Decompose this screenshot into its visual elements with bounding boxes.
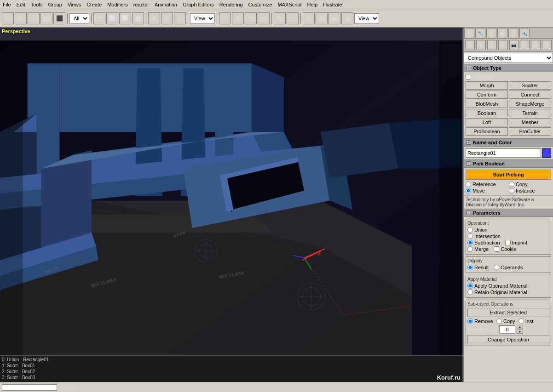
mirror-button[interactable]: ⇋	[274, 12, 286, 24]
menu-views[interactable]: Views	[65, 1, 84, 8]
menu-tools[interactable]: Tools	[28, 1, 46, 8]
object-name-input[interactable]	[466, 148, 541, 158]
subtraction-radio[interactable]	[467, 240, 473, 245]
panel-tab-modify[interactable]: 🔧	[475, 28, 485, 38]
extract-selected-button[interactable]: Extract Selected	[467, 308, 549, 317]
remove-radio-label[interactable]: Remove	[467, 318, 493, 324]
scale-button[interactable]: ⬡	[174, 12, 186, 24]
filter-dropdown[interactable]: All	[69, 13, 89, 23]
union-radio[interactable]	[467, 227, 473, 233]
select-button[interactable]: ⬚	[28, 12, 40, 24]
conform-button[interactable]: Conform	[466, 91, 508, 99]
scene-viewport[interactable]: B57.11 B57.11.4/8.6 B57.11.4/16 B.5.9-9	[0, 28, 462, 383]
reorder-down-button[interactable]: ▼	[517, 330, 523, 334]
menu-illustrate[interactable]: Illustrate!	[320, 1, 346, 8]
move-button[interactable]: ⊕	[148, 12, 160, 24]
category-dropdown[interactable]: Compound Objects	[464, 53, 553, 63]
merge-radio[interactable]	[467, 246, 473, 252]
object-type-header[interactable]: - Object Type	[464, 64, 553, 72]
result-radio[interactable]	[467, 265, 473, 270]
boolean-button[interactable]: Boolean	[466, 109, 508, 117]
window-crossing-button[interactable]: ⬜	[106, 12, 118, 24]
undo-button[interactable]: ↩	[2, 12, 14, 24]
loft-button[interactable]: Loft	[466, 118, 508, 126]
menu-help[interactable]: Help	[305, 1, 321, 8]
instance-radio[interactable]	[509, 188, 514, 193]
retain-original-radio[interactable]	[467, 290, 473, 295]
spinner-snap-button[interactable]: ⊸	[258, 12, 270, 24]
menu-animation[interactable]: Animation	[152, 1, 180, 8]
operands-radio-label[interactable]: Operands	[494, 265, 523, 270]
circle-select-button[interactable]: ⬤	[132, 12, 144, 24]
blobmesh-button[interactable]: BlobMesh	[466, 100, 508, 108]
icon-geom[interactable]: ▲	[476, 40, 486, 50]
color-swatch[interactable]	[542, 148, 551, 158]
autogrid-label[interactable]: AutoGrid	[466, 74, 492, 80]
instance-label[interactable]: Instance	[509, 188, 551, 193]
reference-label[interactable]: Reference	[466, 182, 508, 187]
menu-group[interactable]: Group	[45, 1, 65, 8]
mesher-button[interactable]: Mesher	[509, 118, 551, 126]
params-collapse[interactable]: -	[467, 210, 471, 215]
union-radio-label[interactable]: Union	[467, 227, 488, 233]
terrain-button[interactable]: Terrain	[509, 109, 551, 117]
intersection-radio[interactable]	[467, 233, 473, 239]
icon-space[interactable]: ⊂	[531, 40, 541, 50]
menu-create[interactable]: Create	[84, 1, 104, 8]
copy-radio[interactable]	[509, 182, 514, 187]
view-dropdown2[interactable]: View	[354, 13, 379, 23]
percent-snap-button[interactable]: %	[245, 12, 257, 24]
object-type-collapse[interactable]: -	[467, 66, 471, 70]
menu-reactor[interactable]: reactor	[131, 1, 152, 8]
redo-button[interactable]: ↪	[15, 12, 27, 24]
angle-snap-button[interactable]: ∡	[232, 12, 244, 24]
imprint-checkbox[interactable]	[505, 240, 511, 245]
pick-boolean-collapse[interactable]: -	[467, 161, 471, 166]
name-color-header[interactable]: - Name and Color	[464, 138, 553, 147]
copy-subobj-radio-label[interactable]: Copy	[496, 318, 515, 324]
shapemerge-button[interactable]: ShapeMerge	[509, 100, 551, 108]
proboolean-button[interactable]: ProBoolean	[466, 127, 508, 136]
material-editor-button[interactable]: ◫	[303, 12, 315, 24]
reference-radio[interactable]	[466, 182, 471, 187]
panel-tab-hierarchy[interactable]: ⊞	[486, 28, 496, 38]
reorder-input[interactable]	[499, 325, 515, 334]
menu-modifiers[interactable]: Modifiers	[104, 1, 131, 8]
autogrid-checkbox[interactable]	[466, 74, 471, 80]
panel-tab-motion[interactable]: ▶	[497, 28, 507, 38]
move-radio[interactable]	[466, 188, 471, 193]
render-button[interactable]: ▶	[328, 12, 340, 24]
cookie-label[interactable]: Cookie	[494, 246, 516, 252]
snaps-button[interactable]: ⊹	[219, 12, 231, 24]
inst-radio[interactable]	[518, 318, 524, 324]
merge-radio-label[interactable]: Merge	[467, 246, 489, 252]
menu-rendering[interactable]: Rendering	[217, 1, 246, 8]
menu-file[interactable]: File	[0, 1, 14, 8]
apply-operand-radio[interactable]	[467, 283, 473, 289]
morph-button[interactable]: Morph	[466, 81, 508, 90]
cookie-checkbox[interactable]	[494, 246, 499, 252]
remove-radio[interactable]	[467, 318, 473, 324]
icon-sphere[interactable]: ●	[465, 40, 475, 50]
result-radio-label[interactable]: Result	[467, 265, 489, 270]
select-name-button[interactable]: ▦	[40, 12, 52, 24]
apply-operand-radio-label[interactable]: Apply Operand Material	[467, 283, 528, 289]
rotate-button[interactable]: ↻	[161, 12, 173, 24]
scatter-button[interactable]: Scatter	[509, 81, 551, 90]
menu-edit[interactable]: Edit	[14, 1, 28, 8]
reorder-up-button[interactable]: ▲	[517, 325, 523, 329]
align-button[interactable]: ⊣	[287, 12, 299, 24]
menu-graph-editors[interactable]: Graph Editors	[180, 1, 217, 8]
connect-button[interactable]: Connect	[509, 91, 551, 99]
start-picking-button[interactable]: Start Picking	[466, 170, 551, 180]
active-shade-button[interactable]: ◑	[341, 12, 353, 24]
retain-original-radio-label[interactable]: Retain Original Material	[467, 290, 527, 295]
imprint-label[interactable]: Imprint	[505, 240, 528, 245]
panel-tab-display[interactable]: ◯	[508, 28, 518, 38]
move-label[interactable]: Move	[466, 188, 508, 193]
icon-cam[interactable]: 📷	[509, 40, 519, 50]
view-dropdown[interactable]: View	[190, 13, 215, 23]
icon-light[interactable]: ☀	[498, 40, 508, 50]
render-setup-button[interactable]: ⊡	[316, 12, 328, 24]
intersection-radio-label[interactable]: Intersection	[467, 233, 501, 239]
